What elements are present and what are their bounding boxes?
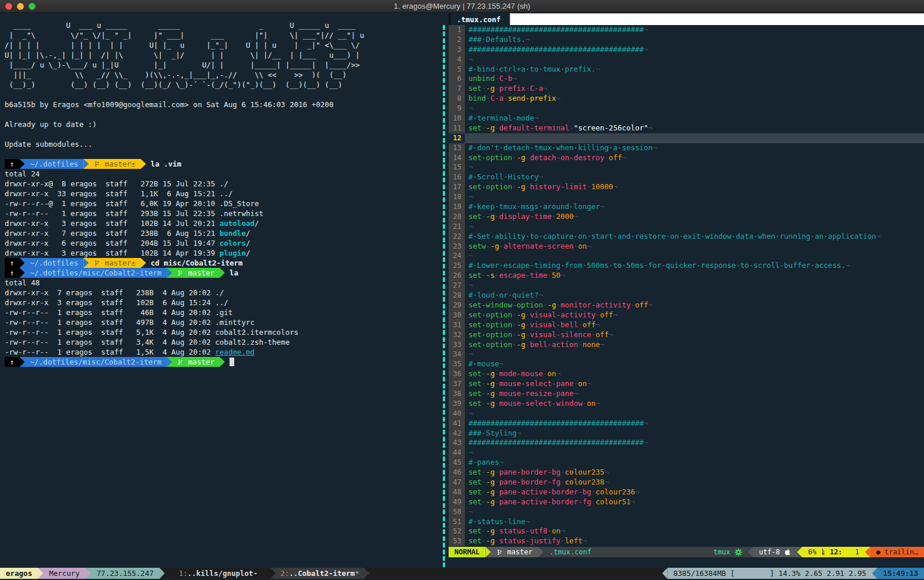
segment-text: utf-8 xyxy=(759,548,784,556)
powerline-segment: master± xyxy=(89,258,140,268)
tmux-window-1[interactable]: 1:..kills/gnuplot- xyxy=(174,568,262,579)
terminal-text: / xyxy=(246,238,251,248)
line-number: 44 xyxy=(449,448,465,458)
line-number: 46 xyxy=(449,468,465,478)
line-number: 51 xyxy=(449,517,465,527)
vim-code-text: unbind·C-b¬ xyxy=(465,74,924,84)
directory-name: plugin xyxy=(220,248,246,258)
terminal-text: / xyxy=(246,248,251,258)
pane-separator[interactable] xyxy=(441,13,449,568)
ascii-art-line: (__)_) (__) (__) (__) (__)(_/ \_)-´ `-(_… xyxy=(5,80,441,90)
powerline-arrow xyxy=(270,568,276,579)
powerline-segment: .tmux.conf xyxy=(544,547,597,557)
powerline-segment: ~/.dotfiles xyxy=(25,159,84,169)
terminal-row: Update submodules... xyxy=(5,139,441,149)
vim-code-text: ¬ xyxy=(465,104,924,114)
vim-line: 14set-option·-g·detach-on-destroy·off¬ xyxy=(449,153,924,163)
powerline-segment: utf-8 xyxy=(753,547,797,557)
segment-text: .tmux.conf xyxy=(549,548,591,556)
vim-buffer[interactable]: 1#######################################… xyxy=(449,25,924,547)
powerline-segment: master± xyxy=(89,159,140,169)
powerline-segment: master xyxy=(491,547,538,557)
segment-text: 2: xyxy=(280,569,289,578)
terminal-row: drwxr-xr-x 6 eragos staff 204B 15 Jul 19… xyxy=(5,238,441,248)
line-number: 52 xyxy=(449,526,465,536)
segment-text: ↑ xyxy=(10,268,15,278)
line-number: 42 xyxy=(449,429,465,438)
vim-code-text: #·loud·or·quiet?¬ xyxy=(465,291,924,300)
tab-tmux-conf[interactable]: .tmux.conf xyxy=(451,13,510,25)
powerline-arrow xyxy=(83,159,89,169)
vim-code-text: ¬ xyxy=(465,55,924,65)
powerline-segment: ↑ xyxy=(5,258,20,268)
line-number: 40 xyxy=(449,409,465,419)
terminal-text: drwxr-xr-x 3 eragos staff 102B 6 Aug 15:… xyxy=(5,298,228,307)
vim-code-text: set-window-option·-g·monitor-activity·of… xyxy=(465,300,924,310)
vim-line: 18¬ xyxy=(449,192,924,202)
terminal-row: drwxr-xr-x 3 eragos staff 102B 14 Jul 20… xyxy=(5,218,441,228)
terminal-text: -rw-r--r-- 1 eragos staff 497B 4 Aug 20:… xyxy=(5,317,255,327)
powerline-segment: ~/.dotfiles/misc/Cobalt2-iterm xyxy=(25,357,167,367)
vim-code-text: #·status·line¬ xyxy=(465,517,924,527)
line-number: 31 xyxy=(449,320,465,330)
line-number: 47 xyxy=(449,478,465,487)
ascii-art-text: |____/ u \_)-\___/ u |_|U |_| U/| | |___… xyxy=(5,60,360,70)
tmux-window-2[interactable]: 2:..Cobalt2-iterm* xyxy=(276,568,364,579)
shell-pane[interactable]: ____ U ___ u _____ _____ _ U _____ u ___… xyxy=(0,13,441,568)
vim-code-text: set·-g·default-terminal·"screen-256color… xyxy=(465,123,924,133)
powerline-arrow xyxy=(364,568,369,579)
segment-text: ↑ xyxy=(10,357,15,367)
segment-text: Mercury xyxy=(49,569,80,578)
vim-pane[interactable]: .tmux.conf 1############################… xyxy=(449,13,924,568)
powerline-arrow xyxy=(20,258,25,268)
vim-line: 2###·Defaults.¬ xyxy=(449,35,924,45)
vim-line: 48set·-g·pane-active-border-bg·colour236… xyxy=(449,487,924,497)
line-number: 7 xyxy=(449,84,465,94)
vim-line: 19#·keep·tmux·msgs·around·longer¬ xyxy=(449,202,924,212)
vim-code-text: set-option·-g·visual-activity·off¬ xyxy=(465,310,924,320)
line-number: 48 xyxy=(449,487,465,497)
terminal-text: drwxr-xr-x 33 eragos staff 1,1K 6 Aug 15… xyxy=(5,189,232,199)
vim-line: 17set-option·-g·history-limit·10000¬ xyxy=(449,182,924,192)
vim-line: 44¬ xyxy=(449,448,924,458)
file-link[interactable]: readme.md xyxy=(215,347,255,357)
gear-icon xyxy=(735,549,742,556)
segment-text: ● trailin… xyxy=(876,548,918,556)
line-number: 45 xyxy=(449,458,465,468)
tmux-window-spacer xyxy=(262,568,270,579)
tmux-status-bar: eragosMercury77.23.155.2471:..kills/gnup… xyxy=(0,568,924,579)
vim-code-text: ###·Defaults.¬ xyxy=(465,35,924,45)
line-number: 18 xyxy=(449,192,465,202)
shell-prompt-row: ↑~/.dotfiles/misc/Cobalt2-iterm master xyxy=(5,357,441,367)
vim-line: 9¬ xyxy=(449,104,924,114)
terminal-row: -rw-r--r-- 1 eragos staff 497B 4 Aug 20:… xyxy=(5,317,441,327)
powerline-arrow xyxy=(865,547,870,557)
segment-text: 8385/16384MB [ ] 14.3% 2.65 2.91 2.95 xyxy=(673,569,866,578)
terminal-cursor[interactable] xyxy=(230,358,234,366)
segment-text: 12: xyxy=(826,548,842,556)
tabline-fill xyxy=(510,13,924,25)
vim-code-text: set·-g·status-utf8·on¬ xyxy=(465,526,924,536)
terminal-text: -rw-r--r-- 1 eragos staff 1,5K 4 Aug 20:… xyxy=(5,347,215,357)
terminal-text: drwxr-xr-x 7 eragos staff 238B 6 Aug 15:… xyxy=(5,228,220,238)
vim-line: 41######################################… xyxy=(449,419,924,429)
line-number: 22 xyxy=(449,232,465,242)
line-number: 15 xyxy=(449,162,465,172)
segment-text: ~/.dotfiles/misc/Cobalt2-iterm xyxy=(30,357,162,367)
segment-text: master± xyxy=(100,159,135,169)
vim-tabline: .tmux.conf xyxy=(449,13,924,25)
powerline-segment: ↑ xyxy=(5,159,20,169)
line-number: 21 xyxy=(449,222,465,232)
terminal-text: total 24 xyxy=(5,169,40,179)
powerline-arrow xyxy=(20,357,25,367)
vim-line: 28#·loud·or·quiet?¬ xyxy=(449,291,924,300)
git-branch-icon xyxy=(177,358,184,366)
terminal-row: -rw-r--r-- 1 eragos staff 293B 15 Jul 22… xyxy=(5,208,441,218)
vim-code-text: ########################################… xyxy=(465,45,924,55)
segment-text: ..Cobalt2-iterm xyxy=(289,569,355,578)
terminal-row: -rw-r--r-- 1 eragos staff 1,5K 4 Aug 20:… xyxy=(5,347,441,357)
tmux-session: ____ U ___ u _____ _____ _ U _____ u ___… xyxy=(0,13,924,568)
terminal-text: drwxr-xr-x 6 eragos staff 204B 15 Jul 19… xyxy=(5,238,220,248)
line-number: 8 xyxy=(449,94,465,104)
vim-code-text: set·-g·mouse-resize-pane¬ xyxy=(465,389,924,399)
